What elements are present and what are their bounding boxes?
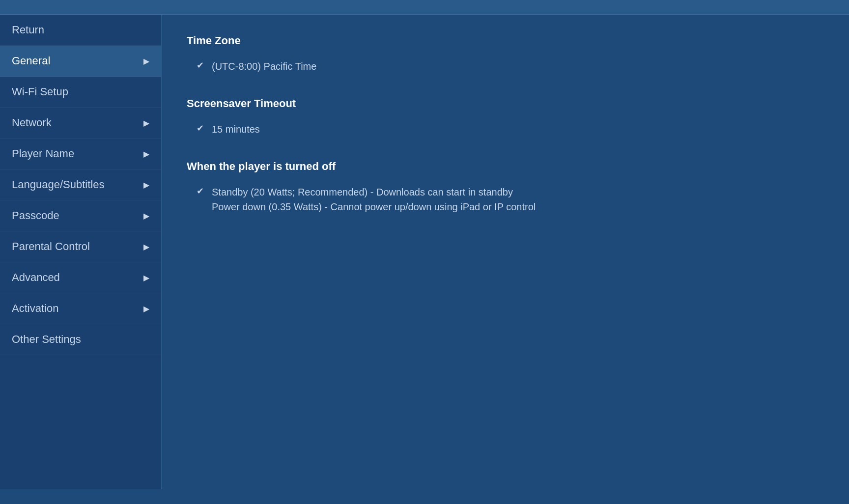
sidebar-item-label: Network — [12, 116, 52, 129]
section-screensaver-timeout: Screensaver Timeout✔15 minutes — [187, 97, 824, 140]
sidebar-item-parental-control[interactable]: Parental Control▶ — [0, 231, 161, 262]
checkmark-icon: ✔ — [197, 60, 204, 71]
chevron-right-icon: ▶ — [143, 180, 149, 190]
main-layout: ReturnGeneral▶Wi-Fi SetupNetwork▶Player … — [0, 15, 849, 489]
sidebar-item-label: Language/Subtitles — [12, 178, 104, 191]
sidebar-item-other-settings[interactable]: Other Settings — [0, 324, 161, 355]
section-player-turned-off: When the player is turned off✔Standby (2… — [187, 160, 824, 218]
section-item-text: (UTC-8:00) Pacific Time — [212, 59, 316, 74]
sidebar-item-network[interactable]: Network▶ — [0, 108, 161, 139]
sidebar-item-label: Parental Control — [12, 240, 90, 253]
sidebar-item-label: Wi-Fi Setup — [12, 85, 68, 98]
chevron-right-icon: ▶ — [143, 149, 149, 159]
content-area: Time Zone✔(UTC-8:00) Pacific TimeScreens… — [162, 15, 849, 489]
section-item-time-zone-0[interactable]: ✔(UTC-8:00) Pacific Time — [187, 55, 824, 78]
chevron-right-icon: ▶ — [143, 273, 149, 282]
chevron-right-icon: ▶ — [143, 304, 149, 313]
sidebar-item-language-subtitles[interactable]: Language/Subtitles▶ — [0, 169, 161, 200]
sidebar-item-label: Return — [12, 24, 44, 36]
sidebar-item-label: Passcode — [12, 209, 59, 222]
section-item-player-turned-off-0[interactable]: ✔Standby (20 Watts; Recommended) - Downl… — [187, 181, 824, 218]
section-time-zone: Time Zone✔(UTC-8:00) Pacific Time — [187, 34, 824, 78]
section-item-text: Standby (20 Watts; Recommended) - Downlo… — [212, 185, 536, 214]
sidebar-item-player-name[interactable]: Player Name▶ — [0, 139, 161, 169]
chevron-right-icon: ▶ — [143, 118, 149, 128]
sidebar-item-wifi-setup[interactable]: Wi-Fi Setup — [0, 77, 161, 108]
sidebar-item-label: General — [12, 55, 50, 67]
checkmark-icon: ✔ — [197, 186, 204, 196]
sidebar: ReturnGeneral▶Wi-Fi SetupNetwork▶Player … — [0, 15, 162, 489]
checkmark-icon: ✔ — [197, 123, 204, 134]
sidebar-item-advanced[interactable]: Advanced▶ — [0, 262, 161, 293]
sidebar-item-label: Advanced — [12, 271, 60, 284]
section-title-screensaver-timeout: Screensaver Timeout — [187, 97, 824, 110]
header — [0, 0, 849, 15]
sidebar-item-label: Other Settings — [12, 333, 81, 346]
chevron-right-icon: ▶ — [143, 242, 149, 252]
sidebar-item-activation[interactable]: Activation▶ — [0, 293, 161, 324]
sidebar-item-return[interactable]: Return — [0, 15, 161, 46]
chevron-right-icon: ▶ — [143, 211, 149, 221]
chevron-right-icon: ▶ — [143, 56, 149, 66]
sidebar-item-label: Player Name — [12, 147, 74, 160]
section-item-screensaver-timeout-0[interactable]: ✔15 minutes — [187, 118, 824, 140]
sidebar-item-general[interactable]: General▶ — [0, 46, 161, 77]
section-item-text: 15 minutes — [212, 122, 260, 137]
sidebar-item-passcode[interactable]: Passcode▶ — [0, 200, 161, 231]
section-title-player-turned-off: When the player is turned off — [187, 160, 824, 173]
sidebar-item-label: Activation — [12, 302, 58, 315]
section-title-time-zone: Time Zone — [187, 34, 824, 47]
